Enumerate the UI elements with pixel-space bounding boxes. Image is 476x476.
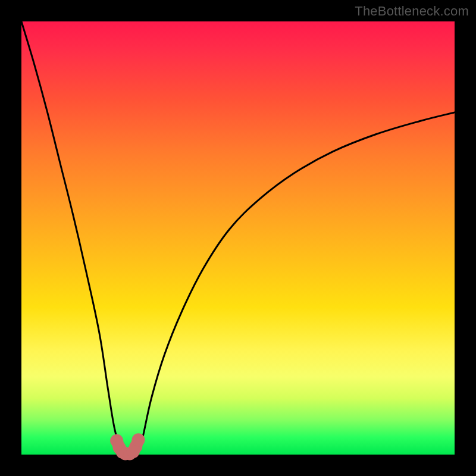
highlight-dots — [110, 433, 145, 460]
highlight-dot — [132, 433, 145, 446]
watermark-text: TheBottleneck.com — [355, 4, 469, 19]
plot-area — [21, 21, 455, 455]
curve-layer — [21, 21, 455, 455]
chart-frame: TheBottleneck.com — [0, 0, 476, 476]
bottleneck-curve — [21, 21, 455, 455]
